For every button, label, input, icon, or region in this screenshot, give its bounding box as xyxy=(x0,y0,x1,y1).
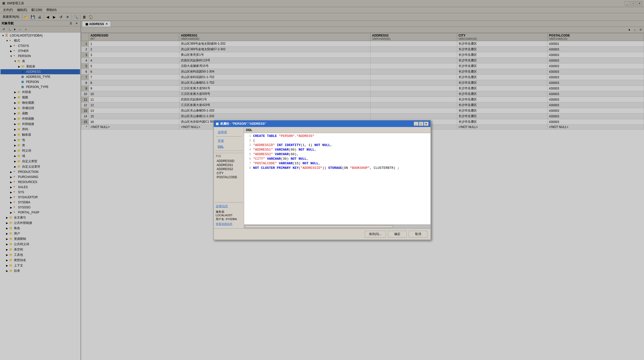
line-content: CREATE TABLE "PERSON"."ADDRESS" xyxy=(253,134,428,139)
modal-title-text: 表属性 - "PERSON"."ADDRESS" xyxy=(220,122,266,126)
modal-footer: 保存(S)... 确定 取消 xyxy=(214,228,431,240)
ddl-plain: (60), xyxy=(289,152,299,156)
line-content: "ADDRESSID" INT IDENTITY(1, 1) NOT NULL, xyxy=(253,143,428,148)
connection-info-section: 连接信息 服务器: LOCALHOST 用户名: SYSDBA 查看连接信息 xyxy=(215,202,243,227)
ddl-plain: (1, 1) xyxy=(301,143,315,147)
ddl-keyword: INT IDENTITY xyxy=(277,143,301,147)
ddl-keyword: NOT NULL xyxy=(291,157,306,161)
server-value: LOCALHOST xyxy=(216,214,233,217)
ddl-line: 7"POSTALCODE" VARCHAR(15) NOT NULL, xyxy=(246,161,428,166)
ddl-plain: (15) xyxy=(293,161,303,165)
ddl-keyword: STORAGE xyxy=(328,166,342,170)
cancel-button[interactable]: 取消 xyxy=(409,231,427,238)
ddl-plain: (ON xyxy=(342,166,350,170)
ddl-keyword: CREATE TABLE xyxy=(253,134,277,138)
col-list-item-address2: ADDRESS2 xyxy=(216,167,242,171)
ddl-string: "ADDRESS1" xyxy=(253,148,273,152)
hscrollbar-track[interactable] xyxy=(245,225,430,228)
ddl-string: "ADDRESSID" xyxy=(253,143,275,147)
line-content: "POSTALCODE" VARCHAR(15) NOT NULL, xyxy=(253,161,428,166)
line-number: 1 xyxy=(246,134,251,139)
ddl-plain xyxy=(275,143,277,147)
line-content: NOT CLUSTER PRIMARY KEY("ADDRESSID")) ST… xyxy=(253,166,428,171)
ddl-plain: ( xyxy=(253,139,255,142)
modal-left-content: 选择项 常规 DDL 列名 ADDRESSID ADDRESS1 ADDRESS… xyxy=(215,128,243,227)
line-number: 6 xyxy=(246,157,251,161)
columns-header: 列名 xyxy=(216,154,242,158)
ddl-plain: , xyxy=(314,148,316,152)
ddl-plain: (30) xyxy=(281,157,291,161)
ddl-plain: ( xyxy=(299,166,301,170)
server-label: 服务器: xyxy=(216,210,225,213)
modal-nav-options[interactable]: 选择项 xyxy=(216,129,242,135)
nav-separator-1 xyxy=(216,136,242,137)
ddl-keyword: NOT NULL xyxy=(303,161,318,165)
ddl-plain: , xyxy=(330,143,332,147)
ddl-keyword: VARCHAR xyxy=(275,148,289,152)
ddl-line: 3"ADDRESSID" INT IDENTITY(1, 1) NOT NULL… xyxy=(246,143,428,148)
line-content: "CITY" VARCHAR(30) NOT NULL, xyxy=(253,157,428,161)
modal-nav-general[interactable]: 常规 xyxy=(216,138,242,144)
modal-right-panel: DDL 1CREATE TABLE "PERSON"."ADDRESS"2(3"… xyxy=(244,127,431,228)
save-button[interactable]: 保存(S)... xyxy=(365,231,386,238)
ddl-line: 4"ADDRESS1" VARCHAR(60) NOT NULL, xyxy=(246,148,428,152)
user-value: SYSDBA xyxy=(226,218,237,221)
ddl-line: 6"CITY" VARCHAR(30) NOT NULL, xyxy=(246,157,428,161)
col-list-item-city: CITY xyxy=(216,171,242,175)
ddl-string: "ADDRESS2" xyxy=(253,152,273,156)
modal-window-controls: _ □ ✕ xyxy=(414,122,428,126)
modal-close-btn[interactable]: ✕ xyxy=(424,122,428,126)
ddl-plain: (60) xyxy=(289,148,299,152)
hscrollbar-thumb[interactable] xyxy=(245,225,393,228)
ddl-plain xyxy=(277,161,279,165)
modal-nav-ddl[interactable]: DDL xyxy=(216,144,242,150)
ddl-keyword: NOT NULL xyxy=(314,143,330,147)
view-connection-anchor[interactable]: 查看连接信息 xyxy=(216,222,232,225)
ddl-plain: , CLUSTERBTR) ; xyxy=(370,166,399,170)
line-number: 3 xyxy=(246,143,251,148)
ddl-keyword: VARCHAR xyxy=(267,157,281,161)
ddl-string: "POSTALCODE" xyxy=(253,161,277,165)
ddl-line: 8NOT CLUSTER PRIMARY KEY("ADDRESSID")) S… xyxy=(246,166,428,171)
modal-minimize-btn[interactable]: _ xyxy=(414,122,418,126)
modal-left-panel: 选择项 常规 DDL 列名 ADDRESSID ADDRESS1 ADDRESS… xyxy=(214,127,244,228)
line-content: "ADDRESS1" VARCHAR(60) NOT NULL, xyxy=(253,148,428,152)
line-content: ( xyxy=(253,139,428,143)
connection-info-label[interactable]: 连接信息 xyxy=(216,204,242,208)
ddl-hscrollbar[interactable] xyxy=(244,224,431,228)
modal-body: 选择项 常规 DDL 列名 ADDRESSID ADDRESS1 ADDRESS… xyxy=(214,127,431,228)
user-info: 用户名: SYSDBA xyxy=(216,217,242,221)
ddl-plain xyxy=(265,157,267,161)
view-connection-link[interactable]: 查看连接信息 xyxy=(216,222,242,226)
ddl-tab-label: DDL xyxy=(245,128,253,132)
ddl-string: "ADDRESSID" xyxy=(301,166,322,170)
ddl-string: "CITY" xyxy=(253,157,265,161)
modal-overlay: ▦ 表属性 - "PERSON"."ADDRESS" _ □ ✕ 选择项 常规 … xyxy=(0,0,644,360)
ddl-plain: )) xyxy=(322,166,328,170)
line-number: 4 xyxy=(246,148,251,152)
col-list-item-postalcode: POSTALCODE xyxy=(216,175,242,179)
line-number: 2 xyxy=(246,139,251,143)
line-number: 8 xyxy=(246,166,251,171)
ok-button[interactable]: 确定 xyxy=(388,231,407,238)
ddl-plain: , xyxy=(318,161,320,165)
ddl-line: 5"ADDRESS2" VARCHAR(60), xyxy=(246,152,428,157)
ddl-keyword: VARCHAR xyxy=(275,152,289,156)
ddl-line: 1CREATE TABLE "PERSON"."ADDRESS" xyxy=(246,134,428,139)
modal-columns-section: 列名 ADDRESSID ADDRESS1 ADDRESS2 CITY POST… xyxy=(215,153,243,180)
ddl-keyword: VARCHAR xyxy=(279,161,293,165)
modal-ddl-toolbar: DDL xyxy=(244,127,431,133)
ddl-keyword: NOT NULL xyxy=(299,148,314,152)
ddl-string: "PERSON"."ADDRESS" xyxy=(277,134,314,138)
ddl-line: 2( xyxy=(246,139,428,143)
server-info: 服务器: LOCALHOST xyxy=(216,210,242,217)
ddl-plain: , xyxy=(306,157,308,161)
modal-maximize-btn[interactable]: □ xyxy=(419,122,423,126)
user-label: 用户名: xyxy=(216,218,225,221)
modal-dialog: ▦ 表属性 - "PERSON"."ADDRESS" _ □ ✕ 选择项 常规 … xyxy=(213,120,431,240)
line-number: 5 xyxy=(246,152,251,157)
modal-title-bar: ▦ 表属性 - "PERSON"."ADDRESS" _ □ ✕ xyxy=(214,120,431,127)
line-content: "ADDRESS2" VARCHAR(60), xyxy=(253,152,428,157)
ddl-string: "BOOKSHOP" xyxy=(350,166,370,170)
ddl-editor[interactable]: 1CREATE TABLE "PERSON"."ADDRESS"2(3"ADDR… xyxy=(244,133,431,224)
